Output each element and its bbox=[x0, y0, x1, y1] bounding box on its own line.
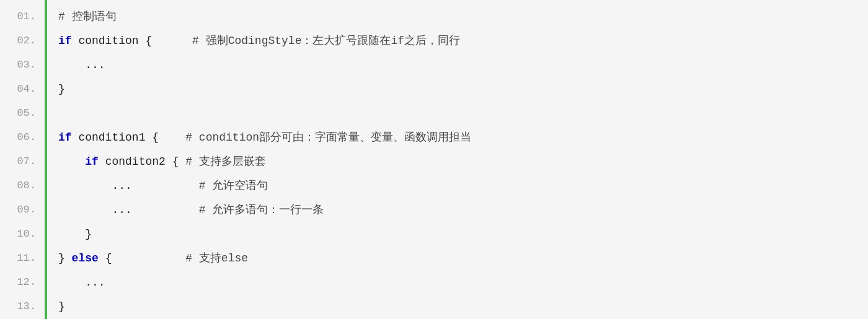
normal-segment: ... bbox=[112, 202, 198, 219]
line-number-11: 11. bbox=[0, 247, 43, 271]
kw-segment: if bbox=[58, 129, 72, 147]
normal-segment: ... bbox=[85, 57, 105, 74]
line-number-2: 02. bbox=[0, 29, 43, 53]
line-number-13: 13. bbox=[0, 295, 43, 319]
comment-segment: # 支持多层嵌套 bbox=[185, 154, 266, 171]
code-line-13: } bbox=[58, 295, 868, 319]
comment-segment: # 允许多语句：一行一条 bbox=[199, 202, 324, 219]
normal-segment: } bbox=[85, 226, 92, 243]
line-number-10: 10. bbox=[0, 222, 43, 247]
line-number-4: 04. bbox=[0, 77, 43, 102]
line-number-1: 01. bbox=[0, 5, 43, 29]
normal-segment: condition1 { bbox=[72, 129, 186, 147]
code-block: 01.02.03.04.05.06.07.08.09.10.11.12.13. … bbox=[0, 0, 868, 319]
normal-segment: condition { bbox=[72, 33, 192, 50]
code-line-4: } bbox=[58, 77, 868, 102]
line-number-6: 06. bbox=[0, 126, 43, 150]
comment-segment: # 支持else bbox=[185, 250, 248, 268]
comment-segment: # condition部分可由：字面常量、变量、函数调用担当 bbox=[185, 129, 471, 147]
line-number-5: 05. bbox=[0, 102, 43, 126]
code-line-10: } bbox=[58, 222, 868, 247]
code-area: # 控制语句if condition { # 强制CodingStyle：左大扩… bbox=[48, 0, 868, 319]
kw-segment: if bbox=[85, 154, 99, 171]
kw-segment: else bbox=[72, 250, 99, 268]
line-number-9: 09. bbox=[0, 198, 43, 222]
green-bar-indicator bbox=[45, 0, 47, 319]
code-line-12: ... bbox=[58, 271, 868, 295]
normal-segment: } bbox=[58, 250, 72, 268]
code-line-8: ... # 允许空语句 bbox=[58, 174, 868, 198]
code-line-7: if conditon2 { # 支持多层嵌套 bbox=[58, 150, 868, 174]
comment-segment: # 允许空语句 bbox=[199, 178, 268, 195]
comment-segment: # 控制语句 bbox=[58, 9, 117, 26]
gutter bbox=[43, 0, 48, 319]
code-line-11: } else { # 支持else bbox=[58, 247, 868, 271]
normal-segment: } bbox=[58, 81, 65, 98]
comment-segment: # 强制CodingStyle：左大扩号跟随在if之后，同行 bbox=[192, 33, 460, 50]
normal-segment: ... bbox=[112, 178, 198, 195]
code-line-9: ... # 允许多语句：一行一条 bbox=[58, 198, 868, 222]
line-numbers: 01.02.03.04.05.06.07.08.09.10.11.12.13. bbox=[0, 0, 43, 319]
line-number-8: 08. bbox=[0, 174, 43, 198]
code-line-5 bbox=[58, 102, 868, 126]
line-number-3: 03. bbox=[0, 53, 43, 77]
code-line-6: if condition1 { # condition部分可由：字面常量、变量、… bbox=[58, 126, 868, 150]
code-line-3: ... bbox=[58, 53, 868, 77]
normal-segment: } bbox=[58, 299, 65, 316]
line-number-12: 12. bbox=[0, 271, 43, 295]
code-line-2: if condition { # 强制CodingStyle：左大扩号跟随在if… bbox=[58, 29, 868, 53]
normal-segment: ... bbox=[85, 274, 105, 292]
normal-segment: conditon2 { bbox=[99, 154, 185, 171]
kw-segment: if bbox=[58, 33, 72, 50]
normal-segment: { bbox=[99, 250, 185, 268]
line-number-7: 07. bbox=[0, 150, 43, 174]
code-line-1: # 控制语句 bbox=[58, 5, 868, 29]
